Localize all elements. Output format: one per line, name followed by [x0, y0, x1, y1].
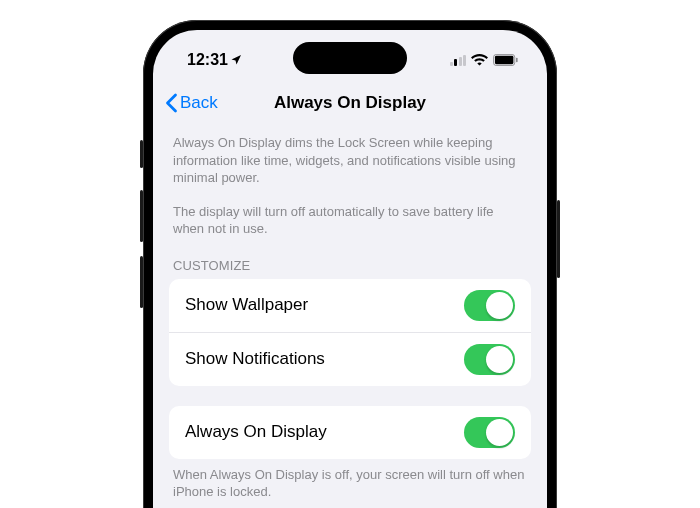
phone-frame: 12:31: [143, 20, 557, 508]
customize-settings-group: Show Wallpaper Show Notifications: [169, 279, 531, 386]
navigation-bar: Back Always On Display: [153, 82, 547, 124]
side-button-silence: [140, 140, 143, 168]
svg-rect-2: [516, 58, 517, 63]
wifi-icon: [471, 54, 488, 66]
always-on-settings-group: Always On Display: [169, 406, 531, 459]
side-button-volume-down: [140, 256, 143, 308]
show-notifications-label: Show Notifications: [185, 349, 325, 369]
show-notifications-toggle[interactable]: [464, 344, 515, 375]
battery-icon: [493, 54, 519, 66]
location-icon: [230, 54, 242, 66]
show-notifications-row[interactable]: Show Notifications: [169, 332, 531, 386]
status-time: 12:31: [187, 51, 242, 69]
chevron-left-icon: [165, 93, 178, 113]
always-on-display-toggle[interactable]: [464, 417, 515, 448]
screen: 12:31: [153, 30, 547, 508]
page-title: Always On Display: [274, 93, 426, 113]
cellular-signal-icon: [450, 55, 467, 66]
show-wallpaper-toggle[interactable]: [464, 290, 515, 321]
back-button[interactable]: Back: [165, 93, 218, 113]
description-paragraph-1: Always On Display dims the Lock Screen w…: [169, 124, 531, 193]
always-on-display-label: Always On Display: [185, 422, 327, 442]
back-label: Back: [180, 93, 218, 113]
status-indicators: [450, 54, 520, 66]
footer-description: When Always On Display is off, your scre…: [169, 459, 531, 501]
side-button-volume-up: [140, 190, 143, 242]
side-button-power: [557, 200, 560, 278]
show-wallpaper-row[interactable]: Show Wallpaper: [169, 279, 531, 332]
customize-section-header: CUSTOMIZE: [169, 244, 531, 279]
content-area: Always On Display dims the Lock Screen w…: [153, 124, 547, 501]
dynamic-island: [293, 42, 407, 74]
svg-rect-1: [495, 56, 513, 64]
description-paragraph-2: The display will turn off automatically …: [169, 193, 531, 244]
always-on-display-row[interactable]: Always On Display: [169, 406, 531, 459]
show-wallpaper-label: Show Wallpaper: [185, 295, 308, 315]
time-label: 12:31: [187, 51, 228, 69]
